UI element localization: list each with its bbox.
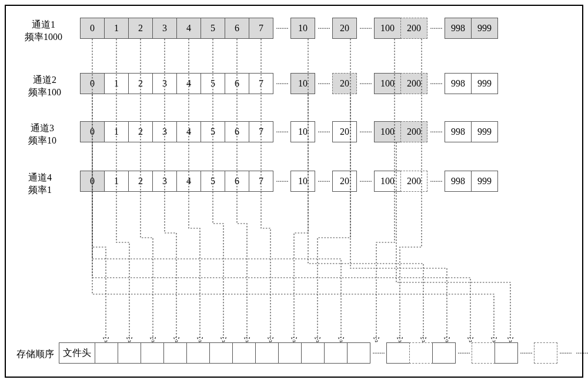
ellipsis xyxy=(557,342,574,364)
ellipsis xyxy=(357,171,375,192)
data-cell: 100 xyxy=(374,73,401,94)
storage-slot xyxy=(409,342,433,364)
data-cell: 10 xyxy=(290,171,315,192)
data-cell: 5 xyxy=(201,121,225,142)
data-cell: 999 xyxy=(471,18,498,39)
data-cell: 7 xyxy=(249,121,273,142)
ellipsis xyxy=(357,121,375,142)
storage-slot xyxy=(432,342,456,364)
storage-slot xyxy=(324,342,348,364)
data-cell: 1 xyxy=(104,18,129,39)
data-cell: 999 xyxy=(471,73,498,94)
storage-label: 存储顺序 xyxy=(16,348,54,361)
ellipsis xyxy=(315,18,333,39)
ellipsis xyxy=(427,18,445,39)
ellipsis xyxy=(315,121,333,142)
data-cell: 999 xyxy=(471,121,498,142)
data-cell: 10 xyxy=(290,18,315,39)
ellipsis xyxy=(273,171,291,192)
data-cell: 4 xyxy=(176,171,201,192)
storage-slot xyxy=(301,342,325,364)
channel-row-3: 012345671020100200998999 xyxy=(80,121,498,142)
storage-row: 文件头 xyxy=(59,342,588,364)
data-cell: 5 xyxy=(201,171,225,192)
data-cell: 4 xyxy=(176,73,201,94)
data-cell: 20 xyxy=(332,121,357,142)
ellipsis xyxy=(273,121,291,142)
data-cell: 5 xyxy=(201,73,225,94)
storage-slot xyxy=(347,342,370,364)
data-cell: 1 xyxy=(104,73,129,94)
data-cell: 100 xyxy=(374,121,401,142)
storage-slot xyxy=(209,342,233,364)
data-cell: 200 xyxy=(400,121,427,142)
data-cell: 20 xyxy=(332,171,357,192)
data-cell: 3 xyxy=(152,171,177,192)
ellipsis xyxy=(427,121,445,142)
data-cell: 3 xyxy=(152,18,177,39)
data-cell: 200 xyxy=(400,73,427,94)
storage-slot xyxy=(472,342,495,364)
data-cell: 4 xyxy=(176,18,201,39)
data-cell: 7 xyxy=(249,18,273,39)
data-cell: 998 xyxy=(445,171,472,192)
ellipsis xyxy=(518,342,534,364)
storage-slot xyxy=(95,342,118,364)
data-cell: 3 xyxy=(152,121,177,142)
channel-row-2: 012345671020100200998999 xyxy=(80,73,498,94)
ellipsis xyxy=(315,73,333,94)
ellipsis xyxy=(273,18,291,39)
data-cell: 999 xyxy=(471,171,498,192)
data-cell: 10 xyxy=(290,73,315,94)
data-cell: 20 xyxy=(332,73,357,94)
data-cell: 7 xyxy=(249,73,273,94)
storage-slot xyxy=(255,342,279,364)
data-cell: 998 xyxy=(445,73,472,94)
ellipsis xyxy=(427,73,445,94)
data-cell: 0 xyxy=(80,18,105,39)
storage-slot xyxy=(186,342,210,364)
data-cell: 0 xyxy=(80,121,105,142)
data-cell: 2 xyxy=(128,171,153,192)
ellipsis xyxy=(456,342,472,364)
data-cell: 0 xyxy=(80,171,105,192)
data-cell: 5 xyxy=(201,18,225,39)
storage-slot xyxy=(232,342,256,364)
channel-row-4: 012345671020100200998999 xyxy=(80,171,498,192)
data-cell: 6 xyxy=(225,73,249,94)
data-cell: 100 xyxy=(374,171,401,192)
channel-label-1: 通道1频率1000 xyxy=(25,19,62,44)
data-cell: 200 xyxy=(400,171,427,192)
data-cell: 1 xyxy=(104,171,129,192)
channel-label-2: 通道2频率100 xyxy=(28,74,61,99)
data-cell: 100 xyxy=(374,18,401,39)
data-cell: 3 xyxy=(152,73,177,94)
channel-label-3: 通道3频率10 xyxy=(28,122,56,147)
data-cell: 7 xyxy=(249,171,273,192)
storage-slot xyxy=(278,342,302,364)
channel-label-4: 通道4频率1 xyxy=(28,172,52,197)
data-cell: 4 xyxy=(176,121,201,142)
storage-slot xyxy=(118,342,141,364)
data-cell: 2 xyxy=(128,121,153,142)
data-cell: 2 xyxy=(128,73,153,94)
file-header-cell: 文件头 xyxy=(59,342,95,364)
ellipsis xyxy=(574,342,588,364)
storage-slot xyxy=(141,342,164,364)
data-cell: 2 xyxy=(128,18,153,39)
storage-slot xyxy=(386,342,410,364)
data-cell: 200 xyxy=(400,18,427,39)
ellipsis xyxy=(427,171,445,192)
channel-row-1: 012345671020100200998999 xyxy=(80,18,498,39)
data-cell: 1 xyxy=(104,121,129,142)
data-cell: 998 xyxy=(445,121,472,142)
storage-slot xyxy=(534,342,557,364)
data-cell: 20 xyxy=(332,18,357,39)
ellipsis xyxy=(357,73,375,94)
data-cell: 10 xyxy=(290,121,315,142)
storage-slot xyxy=(495,342,518,364)
ellipsis xyxy=(357,18,375,39)
data-cell: 6 xyxy=(225,18,249,39)
data-cell: 998 xyxy=(445,18,472,39)
data-cell: 0 xyxy=(80,73,105,94)
